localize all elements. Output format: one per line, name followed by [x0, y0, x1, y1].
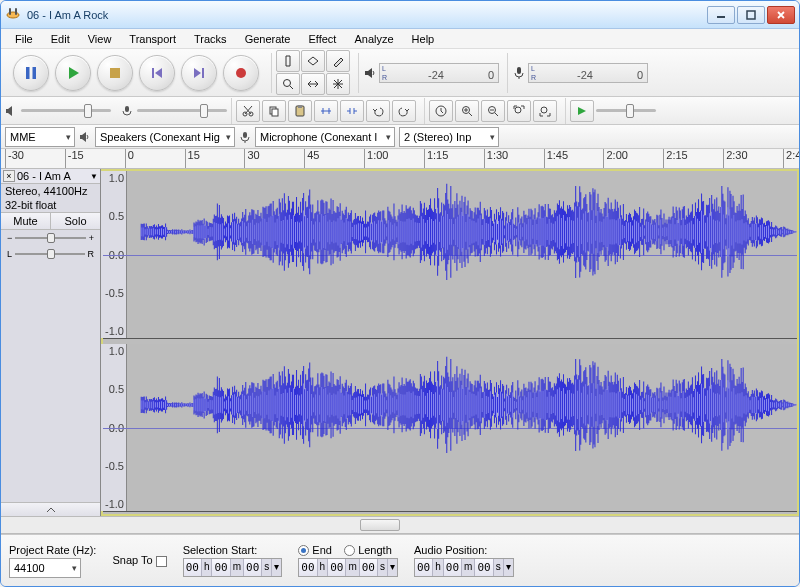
- svg-point-9: [284, 80, 291, 87]
- skip-start-button[interactable]: [139, 55, 175, 91]
- pause-button[interactable]: [13, 55, 49, 91]
- svg-rect-5: [110, 68, 120, 78]
- svg-rect-0: [9, 8, 11, 15]
- mute-button[interactable]: Mute: [1, 213, 51, 229]
- menu-effect[interactable]: Effect: [301, 31, 345, 47]
- tracks-area: × 06 - I Am A ▼ Stereo, 44100Hz 32-bit f…: [1, 169, 799, 516]
- play-speed-slider[interactable]: [596, 104, 656, 118]
- waveform-right-channel[interactable]: 1.00.50.0-0.5-1.0: [103, 344, 797, 512]
- host-dropdown[interactable]: MME: [5, 127, 75, 147]
- fit-project-icon[interactable]: [533, 100, 557, 122]
- play-at-speed-icon[interactable]: [570, 100, 594, 122]
- play-button[interactable]: [55, 55, 91, 91]
- timeline-tick: -15: [65, 149, 84, 168]
- menu-transport[interactable]: Transport: [121, 31, 184, 47]
- tools-group: [271, 53, 354, 93]
- paste-icon[interactable]: [288, 100, 312, 122]
- playback-meter-group: LR -240: [358, 53, 503, 93]
- input-channels-dropdown[interactable]: 2 (Stereo) Inp: [399, 127, 499, 147]
- timeline-tick: 2:45: [783, 149, 799, 168]
- menu-file[interactable]: File: [7, 31, 41, 47]
- titlebar[interactable]: 06 - I Am A Rock: [1, 1, 799, 29]
- output-device-dropdown[interactable]: Speakers (Conexant Hig: [95, 127, 235, 147]
- device-toolbar: MME Speakers (Conexant Hig Microphone (C…: [1, 125, 799, 149]
- draw-tool-icon[interactable]: [326, 50, 350, 72]
- menu-tracks[interactable]: Tracks: [186, 31, 235, 47]
- menu-help[interactable]: Help: [404, 31, 443, 47]
- mic-icon: [512, 66, 526, 80]
- timeshift-tool-icon[interactable]: [301, 73, 325, 95]
- skip-end-button[interactable]: [181, 55, 217, 91]
- multi-tool-icon[interactable]: [326, 73, 350, 95]
- selection-end-time[interactable]: 00h 00m 00s▾: [298, 558, 398, 577]
- maximize-button[interactable]: [737, 6, 765, 24]
- selection-tool-icon[interactable]: [276, 50, 300, 72]
- snap-to-checkbox[interactable]: [156, 556, 167, 567]
- selection-start-time[interactable]: 00h 00m 00s▾: [183, 558, 283, 577]
- copy-icon[interactable]: [262, 100, 286, 122]
- waveform-left-channel[interactable]: 1.00.50.0-0.5-1.0: [103, 171, 797, 339]
- menu-analyze[interactable]: Analyze: [346, 31, 401, 47]
- zoom-in-icon[interactable]: [455, 100, 479, 122]
- track-format: Stereo, 44100Hz: [1, 184, 100, 198]
- record-button[interactable]: [223, 55, 259, 91]
- project-rate-dropdown[interactable]: 44100: [9, 558, 81, 578]
- record-meter-group: LR -240: [507, 53, 652, 93]
- zoom-out-icon[interactable]: [481, 100, 505, 122]
- close-button[interactable]: [767, 6, 795, 24]
- waveform-svg: [127, 171, 797, 293]
- menu-generate[interactable]: Generate: [237, 31, 299, 47]
- audio-position-time[interactable]: 00h 00m 00s▾: [414, 558, 514, 577]
- sync-lock-icon[interactable]: [429, 100, 453, 122]
- app-window: 06 - I Am A Rock File Edit View Transpor…: [0, 0, 800, 587]
- silence-icon[interactable]: [340, 100, 364, 122]
- svg-point-8: [236, 68, 246, 78]
- track-menu-icon[interactable]: ▼: [90, 172, 98, 181]
- waveform-area[interactable]: 1.00.50.0-0.5-1.0 1.00.50.0-0.5-1.0: [101, 169, 799, 516]
- svg-rect-1: [15, 8, 17, 15]
- stop-button[interactable]: [97, 55, 133, 91]
- svg-rect-11: [125, 106, 129, 112]
- timeline-tick: 15: [185, 149, 200, 168]
- gain-slider[interactable]: −+: [1, 230, 100, 246]
- envelope-tool-icon[interactable]: [301, 50, 325, 72]
- snap-to-label: Snap To: [112, 554, 152, 566]
- track-close-button[interactable]: ×: [3, 170, 15, 182]
- playback-volume-slider[interactable]: [21, 104, 111, 118]
- track-collapse-button[interactable]: [1, 502, 100, 516]
- timeline-tick: 45: [304, 149, 319, 168]
- timeline-tick: -30: [5, 149, 24, 168]
- menu-edit[interactable]: Edit: [43, 31, 78, 47]
- svg-rect-7: [202, 68, 204, 78]
- menu-view[interactable]: View: [80, 31, 120, 47]
- record-meter[interactable]: LR -240: [528, 63, 648, 83]
- solo-button[interactable]: Solo: [51, 213, 100, 229]
- timeline-tick: 2:30: [723, 149, 747, 168]
- minimize-button[interactable]: [707, 6, 735, 24]
- timeline-tick: 30: [244, 149, 259, 168]
- selection-start-label: Selection Start:: [183, 544, 283, 556]
- timeline-ruler[interactable]: -30 -15 0 15 30 45 1:00 1:15 1:30 1:45 2…: [1, 149, 799, 169]
- record-volume-slider[interactable]: [137, 104, 227, 118]
- zoom-tool-icon[interactable]: [276, 73, 300, 95]
- timeline-tick: 1:00: [364, 149, 388, 168]
- end-radio[interactable]: [298, 545, 309, 556]
- svg-rect-2: [747, 11, 755, 19]
- horizontal-scrollbar[interactable]: [1, 516, 799, 534]
- undo-icon[interactable]: [366, 100, 390, 122]
- redo-icon[interactable]: [392, 100, 416, 122]
- svg-rect-23: [243, 132, 247, 138]
- cut-icon[interactable]: [236, 100, 260, 122]
- trim-icon[interactable]: [314, 100, 338, 122]
- pan-slider[interactable]: LR: [1, 246, 100, 262]
- waveform-svg: [127, 344, 797, 466]
- playback-meter[interactable]: LR -240: [379, 63, 499, 83]
- input-device-dropdown[interactable]: Microphone (Conexant I: [255, 127, 395, 147]
- fit-selection-icon[interactable]: [507, 100, 531, 122]
- timeline-tick: 2:00: [603, 149, 627, 168]
- length-radio[interactable]: [344, 545, 355, 556]
- transport-toolbar: LR -240 LR -240: [1, 49, 799, 97]
- edit-toolbar: [1, 97, 799, 125]
- speaker-small-icon: [5, 105, 17, 117]
- timeline-tick: 1:30: [484, 149, 508, 168]
